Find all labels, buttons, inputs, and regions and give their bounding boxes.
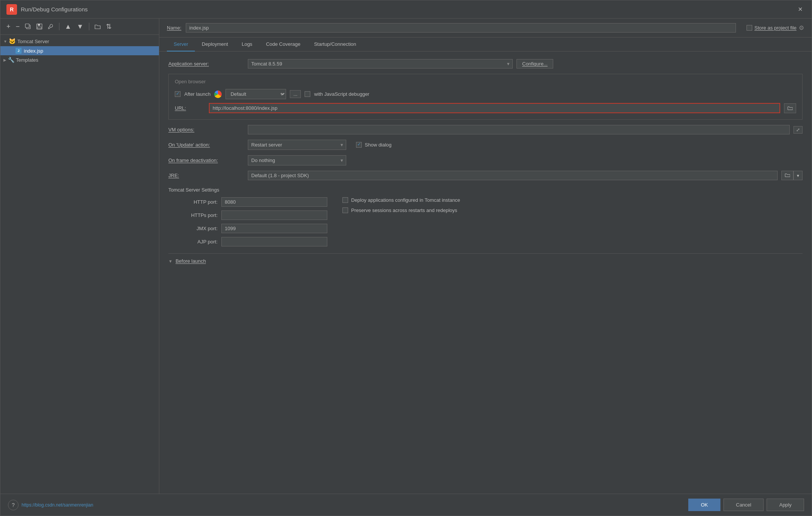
deploy-apps-checkbox[interactable] — [342, 197, 348, 203]
templates-arrow: ▶ — [3, 58, 6, 62]
show-dialog-label: Show dialog — [365, 142, 392, 148]
wrench-button[interactable] — [46, 23, 55, 30]
store-checkbox[interactable] — [747, 25, 752, 31]
configure-button[interactable]: Configure... — [516, 59, 553, 69]
url-input[interactable] — [209, 103, 780, 113]
add-config-button[interactable]: + — [5, 22, 12, 31]
tab-logs[interactable]: Logs — [235, 37, 259, 51]
ok-button[interactable]: OK — [688, 499, 720, 511]
footer: ? https://blog.csdn.net/sanmenrenjian OK… — [0, 494, 812, 516]
preserve-sessions-checkbox[interactable] — [342, 207, 348, 213]
preserve-sessions-row: Preserve sessions across restarts and re… — [342, 207, 460, 213]
before-launch-section: ▼ Before launch — [168, 253, 803, 264]
browser-row: After launch Default ... with JavaScript… — [175, 89, 796, 99]
js-debug-label: with JavaScript debugger — [314, 91, 369, 97]
browser-dropdown-wrapper: Default — [226, 89, 286, 99]
browser-ellipsis-button[interactable]: ... — [290, 90, 301, 98]
vm-options-row: VM options: ⤢ — [168, 125, 803, 134]
https-port-input[interactable] — [221, 210, 327, 220]
save-icon — [36, 23, 42, 30]
tomcat-group-header[interactable]: ▼ 🐱 Tomcat Server — [0, 36, 159, 46]
ajp-port-input[interactable] — [221, 237, 327, 246]
on-update-label: On 'Update' action: — [168, 142, 244, 148]
store-row: Store as project file ⚙ — [747, 24, 804, 31]
http-port-row: HTTP port: — [168, 197, 327, 207]
copy-icon — [25, 23, 31, 30]
footer-left: ? https://blog.csdn.net/sanmenrenjian — [8, 500, 93, 510]
expand-arrow: ▼ — [3, 39, 7, 44]
on-update-dropdown-wrapper: Restart server Update classes and resour… — [248, 140, 346, 150]
app-icon: R — [6, 4, 17, 15]
title-bar: R Run/Debug Configurations × — [0, 0, 812, 19]
folder-button[interactable] — [93, 23, 102, 30]
footer-right: OK Cancel Apply — [688, 499, 804, 511]
https-port-row: HTTPs port: — [168, 210, 327, 220]
on-frame-select[interactable]: Do nothing Update classes and resources … — [248, 155, 346, 165]
tomcat-settings-title: Tomcat Server Settings — [168, 187, 803, 193]
js-debug-checkbox[interactable] — [305, 91, 310, 97]
sidebar-tree: ▼ 🐱 Tomcat Server J index.jsp ▶ 🔧 Templa… — [0, 35, 159, 494]
vm-options-expand-button[interactable]: ⤢ — [793, 126, 803, 134]
name-row: Name: Store as project file ⚙ — [159, 19, 812, 37]
url-label: URL: — [175, 105, 205, 111]
move-down-button[interactable]: ▼ — [75, 22, 85, 31]
deploy-apps-label: Deploy applications configured in Tomcat… — [351, 197, 460, 203]
templates-label: Templates — [16, 57, 38, 63]
toolbar-divider2 — [89, 23, 89, 30]
jmx-port-input[interactable] — [221, 224, 327, 233]
remove-config-button[interactable]: − — [14, 22, 22, 31]
vm-options-label: VM options: — [168, 127, 244, 133]
jre-input[interactable] — [248, 171, 778, 180]
tab-server[interactable]: Server — [167, 37, 195, 51]
sort-button[interactable]: ⇅ — [104, 22, 113, 31]
url-folder-button[interactable] — [784, 103, 796, 113]
folder-open-icon — [787, 106, 793, 110]
footer-link[interactable]: https://blog.csdn.net/sanmenrenjian — [22, 502, 93, 508]
tomcat-group: ▼ 🐱 Tomcat Server J index.jsp — [0, 36, 159, 55]
vm-options-input[interactable] — [248, 125, 790, 134]
main-content: + − — [0, 19, 812, 494]
tab-startup-connection[interactable]: Startup/Connection — [307, 37, 363, 51]
name-input[interactable] — [186, 23, 736, 33]
store-label: Store as project file — [754, 25, 796, 31]
apply-button[interactable]: Apply — [767, 499, 804, 511]
move-up-button[interactable]: ▲ — [63, 22, 73, 31]
wrench-icon — [48, 23, 54, 30]
tomcat-group-icon: 🐱 — [9, 38, 16, 45]
open-browser-box: Open browser After launch Default ... wi… — [168, 74, 803, 120]
jre-label: JRE: — [168, 173, 244, 178]
name-label: Name: — [167, 25, 181, 31]
on-update-select[interactable]: Restart server Update classes and resour… — [248, 140, 346, 150]
dialog-title: Run/Debug Configurations — [21, 6, 88, 12]
app-server-select[interactable]: Tomcat 8.5.59 — [248, 59, 513, 69]
svg-rect-3 — [38, 24, 40, 26]
on-frame-dropdown-wrapper: Do nothing Update classes and resources … — [248, 155, 346, 165]
templates-group-header[interactable]: ▶ 🔧 Templates — [0, 55, 159, 64]
copy-config-button[interactable] — [23, 23, 33, 30]
help-button[interactable]: ? — [8, 500, 19, 510]
jre-dropdown-button[interactable]: ▾ — [793, 171, 803, 180]
after-launch-checkbox[interactable] — [175, 91, 180, 97]
jre-folder-icon — [785, 173, 790, 177]
before-launch-header[interactable]: ▼ Before launch — [168, 258, 803, 264]
content-area: Application server: Tomcat 8.5.59 Config… — [159, 51, 812, 494]
ports-and-checks: HTTP port: HTTPs port: JMX port: — [168, 197, 803, 246]
before-launch-label: Before launch — [176, 258, 206, 264]
tab-deployment[interactable]: Deployment — [195, 37, 235, 51]
jsp-icon: J — [16, 48, 22, 54]
ports-col: HTTP port: HTTPs port: JMX port: — [168, 197, 327, 246]
https-port-label: HTTPs port: — [168, 212, 218, 218]
save-config-button[interactable] — [35, 23, 44, 30]
on-frame-label: On frame deactivation: — [168, 157, 244, 163]
templates-wrench-icon: 🔧 — [8, 57, 14, 63]
tab-code-coverage[interactable]: Code Coverage — [259, 37, 307, 51]
jre-folder-button[interactable] — [781, 171, 793, 180]
show-dialog-checkbox[interactable] — [356, 142, 362, 148]
browser-select[interactable]: Default — [226, 89, 286, 99]
jre-btn-group: ▾ — [781, 171, 803, 180]
jmx-port-row: JMX port: — [168, 224, 327, 233]
config-item-index-jsp[interactable]: J index.jsp — [0, 46, 159, 55]
cancel-button[interactable]: Cancel — [723, 499, 764, 511]
close-button[interactable]: × — [795, 3, 806, 15]
http-port-input[interactable] — [221, 197, 327, 207]
